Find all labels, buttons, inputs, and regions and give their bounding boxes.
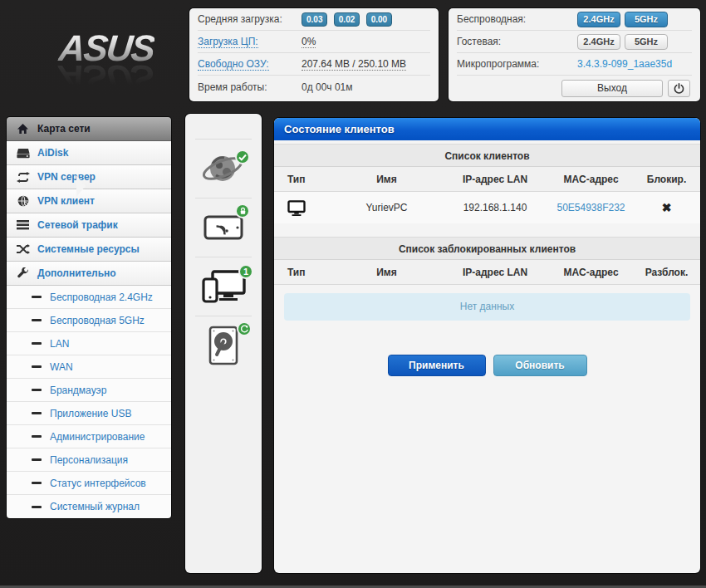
uptime-row: Время работы: 0д 00ч 01м — [198, 76, 430, 98]
dash-icon — [32, 458, 42, 461]
desktop-icon — [287, 200, 332, 216]
network-map-panel: 1 — [185, 114, 262, 573]
sidebar-item-label: AiDisk — [37, 147, 68, 159]
wireless-24ghz-button[interactable]: 2.4GHz — [577, 12, 620, 27]
sidebar-subitem-wan[interactable]: WAN — [7, 355, 171, 379]
uptime-value: 0д 00ч 01м — [302, 81, 353, 93]
firmware-row: Микропрограмма: 3.4.3.9-099_1aae35d — [457, 53, 692, 76]
col-mac: MAC-адрес — [549, 174, 633, 185]
dash-icon — [32, 319, 42, 321]
sidebar-item-aidisk[interactable]: AiDisk — [7, 141, 171, 165]
sidebar-subitem-label: Приложение USB — [50, 408, 131, 419]
sidebar-item-label: VPN сервер — [37, 171, 96, 183]
internet-status-item[interactable] — [185, 140, 262, 198]
guest-label: Гостевая: — [457, 36, 577, 47]
sidebar-subitem-lan[interactable]: LAN — [7, 332, 171, 355]
router-lock-badge — [235, 203, 250, 218]
client-type-cell — [274, 200, 332, 216]
sidebar-subitem-label: Персонализация — [50, 454, 128, 466]
hdd-icon — [208, 326, 239, 365]
globe-arrow-icon — [16, 195, 30, 207]
system-stats-panel: Средняя загрузка: 0.03 0.02 0.00 Загрузк… — [189, 8, 439, 101]
sidebar-subitem-label: Системный журнал — [50, 501, 140, 512]
col-name: Имя — [332, 267, 441, 278]
sidebar-subitem-label: Администрирование — [50, 431, 145, 443]
sidebar-item-network-traffic[interactable]: Сетевой трафик — [7, 213, 171, 238]
wrench-icon — [16, 267, 30, 279]
sidebar-subitem-wireless-24ghz[interactable]: Беспроводная 2.4GHz — [7, 286, 171, 309]
asus-logo: ASUS ASUS — [40, 30, 173, 96]
home-icon — [16, 123, 30, 135]
free-ram-row: Свободно ОЗУ: 207.64 MB / 250.10 MB — [198, 53, 430, 76]
load-badges: 0.03 0.02 0.00 — [302, 12, 395, 27]
col-name: Имя — [332, 174, 441, 185]
wireless-row: Беспроводная: 2.4GHz 5GHz — [457, 8, 692, 31]
sidebar-subitem-usb-application[interactable]: Приложение USB — [7, 402, 171, 425]
router-icon — [203, 215, 243, 240]
internet-check-badge — [235, 149, 250, 164]
dash-icon — [32, 482, 42, 484]
sidebar-item-system-resources[interactable]: Системные ресурсы — [7, 238, 171, 262]
blocked-table-header: Тип Имя IP-адрес LAN MAC-адрес Разблок. — [274, 260, 700, 285]
sidebar-item-label: Системные ресурсы — [37, 243, 140, 255]
uptime-label: Время работы: — [198, 81, 302, 93]
sidebar-subitem-system-log[interactable]: Системный журнал — [7, 495, 171, 518]
sidebar-subitem-interface-status[interactable]: Статус интерфейсов — [7, 472, 171, 495]
reboot-button[interactable] — [668, 80, 690, 97]
cpu-load-link[interactable]: Загрузка ЦП: — [198, 36, 258, 48]
sidebar-item-advanced[interactable]: Дополнительно — [7, 262, 171, 286]
usb-disk-status-item[interactable] — [185, 316, 262, 375]
clients-count-badge: 1 — [238, 264, 253, 279]
dash-icon — [32, 412, 42, 414]
dash-icon — [32, 506, 42, 508]
sidebar-subitem-personalization[interactable]: Персонализация — [7, 448, 171, 472]
sidebar-subitem-label: Статус интерфейсов — [50, 478, 146, 489]
refresh-button[interactable]: Обновить — [493, 355, 587, 376]
disk-icon — [16, 148, 30, 159]
sidebar-item-label: Дополнительно — [37, 267, 116, 279]
clients-table-header: Тип Имя IP-адрес LAN MAC-адрес Блокир. — [274, 167, 700, 192]
wireless-panel: Беспроводная: 2.4GHz 5GHz Гостевая: 2.4G… — [449, 8, 700, 101]
sidebar-item-label: Карта сети — [37, 123, 91, 135]
client-name-cell: YurievPC — [332, 202, 441, 213]
dash-icon — [32, 365, 42, 368]
repeat-arrows-icon — [16, 172, 30, 183]
wireless-5ghz-button[interactable]: 5GHz — [625, 12, 668, 27]
sidebar-item-vpn-server[interactable]: VPN сервер — [7, 165, 171, 189]
panel-title: Состояние клиентов — [274, 118, 700, 140]
dash-icon — [32, 342, 42, 345]
firmware-label: Микропрограмма: — [457, 58, 577, 70]
col-type: Тип — [274, 267, 332, 278]
no-data-message: Нет данных — [284, 293, 690, 321]
firmware-version-link[interactable]: 3.4.3.9-099_1aae35d — [577, 58, 672, 70]
sidebar-item-network-map[interactable]: Карта сети — [7, 117, 171, 141]
sidebar-item-label: VPN клиент — [37, 195, 95, 207]
client-ip-cell: 192.168.1.140 — [441, 202, 549, 213]
guest-5ghz-button[interactable]: 5GHz — [625, 34, 668, 50]
router-status-item[interactable] — [185, 198, 262, 257]
sidebar-subitem-label: Беспроводная 5GHz — [50, 315, 145, 326]
free-ram-link[interactable]: Свободно ОЗУ: — [198, 58, 269, 71]
session-row: Выход — [457, 76, 692, 100]
sidebar-subitem-wireless-5ghz[interactable]: Беспроводная 5GHz — [7, 309, 171, 332]
asus-logo-reflection: ASUS — [57, 60, 156, 96]
sidebar-subitem-firewall[interactable]: Брандмауэр — [7, 379, 171, 402]
clients-status-item[interactable]: 1 — [185, 257, 262, 316]
col-ip: IP-адрес LAN — [441, 174, 549, 185]
sidebar-item-label: Сетевой трафик — [37, 219, 118, 231]
client-mac-link[interactable]: 50E54938F232 — [556, 202, 625, 213]
shuffle-icon — [16, 244, 30, 254]
sidebar-subitem-label: Беспроводная 2.4GHz — [50, 292, 153, 303]
col-mac: MAC-адрес — [549, 267, 633, 278]
cpu-load-value: 0% — [302, 36, 316, 48]
guest-24ghz-button[interactable]: 2.4GHz — [577, 34, 620, 50]
sidebar-subitem-administration[interactable]: Администрирование — [7, 425, 171, 448]
selected-item-pointer — [76, 175, 86, 197]
block-client-button[interactable]: ✖ — [662, 201, 672, 214]
sidebar-item-vpn-client[interactable]: VPN клиент — [7, 189, 171, 213]
disk-share-badge — [237, 321, 252, 336]
avg-load-label: Средняя загрузка: — [198, 13, 302, 25]
logout-button[interactable]: Выход — [561, 80, 663, 97]
apply-button[interactable]: Применить — [388, 355, 486, 376]
sidebar-subitem-label: LAN — [50, 338, 69, 350]
